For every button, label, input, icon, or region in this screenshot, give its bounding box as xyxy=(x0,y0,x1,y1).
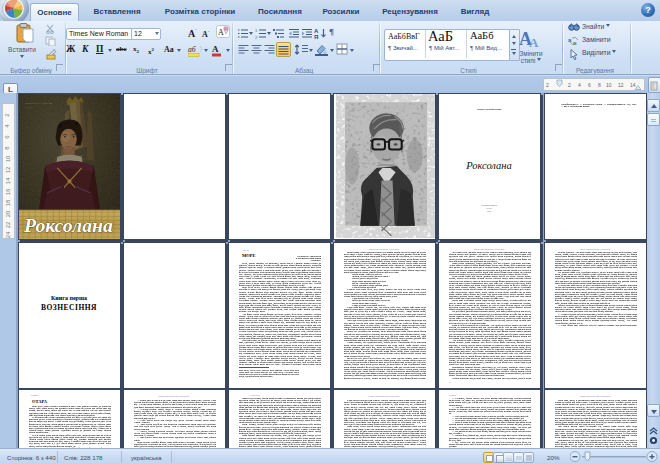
svg-text:в: в xyxy=(573,40,577,46)
svg-text:А: А xyxy=(212,44,219,54)
svg-text:1: 1 xyxy=(255,28,258,33)
svg-text:2: 2 xyxy=(255,35,258,39)
svg-text:аб: аб xyxy=(188,45,196,54)
svg-text:А: А xyxy=(218,28,224,37)
svg-text:Роксолана: Роксолана xyxy=(23,216,113,236)
svg-text:Я: Я xyxy=(314,34,318,40)
svg-text:А: А xyxy=(529,35,539,49)
